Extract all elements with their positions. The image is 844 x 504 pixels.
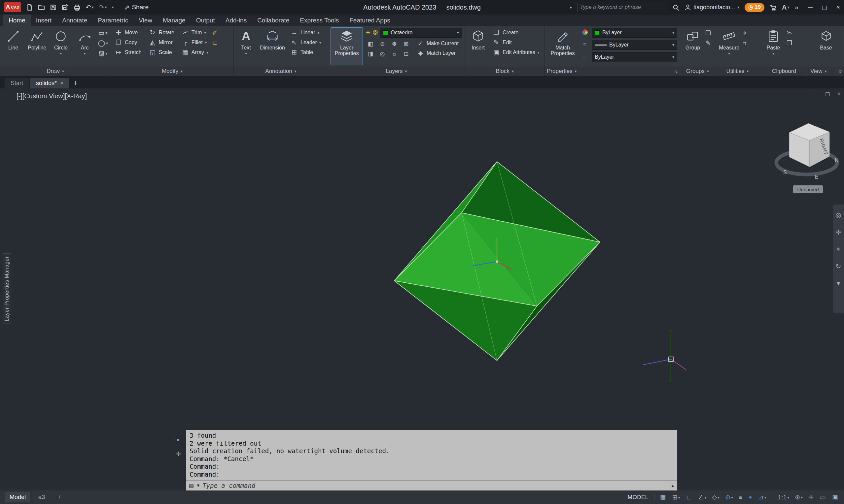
layer-state-button[interactable]: ◎ <box>377 50 387 58</box>
compass-north-label[interactable]: N <box>835 158 839 163</box>
model-tab[interactable]: Model <box>5 492 30 502</box>
layer-dropdown[interactable]: Octaedro ▾ <box>380 28 462 38</box>
titlebar-overflow-icon[interactable]: » <box>795 4 798 11</box>
help-search-box[interactable] <box>577 3 667 12</box>
draw-tool-button[interactable]: ◯▾ <box>98 40 108 46</box>
paste-button[interactable]: Paste ▾ <box>763 28 784 65</box>
command-expand-icon[interactable]: ▴ <box>671 483 674 488</box>
named-view-label[interactable]: Unnamed <box>793 185 823 193</box>
drawing-minimize-icon[interactable]: ─ <box>814 90 818 97</box>
ribbon-tab[interactable]: Annotate <box>57 15 92 26</box>
navbar-more-icon[interactable]: ▾ <box>837 280 840 287</box>
modify-extra-button[interactable]: ✐ <box>212 30 217 36</box>
layer-freeze-icon[interactable]: ❂ <box>373 30 378 36</box>
save-button[interactable] <box>50 3 57 12</box>
navigation-wheel-icon[interactable]: ◎ <box>836 211 841 219</box>
command-close-icon[interactable]: × <box>176 436 181 444</box>
new-drawing-tab-button[interactable]: + <box>70 78 81 88</box>
app-store-button[interactable] <box>770 3 777 12</box>
ribbon-tab[interactable]: Add-ins <box>220 15 252 26</box>
annotation-scale-button[interactable]: 1:1▾ <box>778 494 789 500</box>
modify-tool-button[interactable]: ✚Move <box>114 29 145 36</box>
draw-tool-button[interactable]: ▨▾ <box>98 50 107 56</box>
panel-label-utilities[interactable]: Utilities▾ <box>715 67 760 76</box>
maximize-button[interactable]: ◻ <box>822 4 827 11</box>
panel-label-draw[interactable]: Draw▾ <box>0 67 110 76</box>
status-toggle-button[interactable]: ▦ <box>660 494 667 500</box>
ribbon-tab[interactable]: Insert <box>31 15 57 26</box>
line-button[interactable]: Line <box>3 28 24 65</box>
panel-label-layers[interactable]: Layers▾ <box>328 67 465 76</box>
linetype-icon[interactable]: ┄ <box>581 54 589 60</box>
layer-state-button[interactable]: ⊘ <box>377 40 387 48</box>
status-tool-button[interactable]: ⊛▾ <box>795 494 803 500</box>
linetype-dropdown[interactable]: ByLayer ▾ <box>592 52 677 62</box>
share-button[interactable]: ⇗ Share <box>124 4 149 11</box>
modify-tool-button[interactable]: ❐Copy <box>114 39 145 46</box>
viewcube[interactable]: S E N RIGHT Unnamed <box>767 118 844 199</box>
panel-label-view[interactable]: View▾ » <box>808 67 844 76</box>
modify-tool-button[interactable]: ✂Trim▾ <box>180 29 209 36</box>
group-edit-button[interactable]: ✎ <box>706 40 711 46</box>
file-tab-start[interactable]: Start <box>5 78 29 88</box>
status-toggle-button[interactable]: ⊞▾ <box>672 494 680 500</box>
polyline-button[interactable]: Polyline <box>27 28 48 65</box>
measure-button[interactable]: Measure ▾ <box>718 28 740 65</box>
object-color-icon[interactable] <box>581 29 589 36</box>
ribbon-tab[interactable]: Collaborate <box>252 15 295 26</box>
command-input[interactable] <box>202 482 668 489</box>
panel-label-block[interactable]: Block▾ <box>465 67 545 76</box>
app-menu-button[interactable]: A CAD <box>4 2 21 12</box>
ungroup-button[interactable]: ❏ <box>705 30 711 36</box>
layer-state-button[interactable]: ◧ <box>365 40 376 48</box>
search-input[interactable] <box>580 4 664 10</box>
command-history[interactable]: 3 found2 were filtered outSolid creation… <box>186 430 677 480</box>
drawing-close-icon[interactable]: × <box>837 90 841 97</box>
group-button[interactable]: Group <box>683 28 703 65</box>
status-tool-button[interactable]: ▣ <box>832 494 839 500</box>
account-button[interactable]: tiagobonifacio... ▾ <box>685 4 739 11</box>
modify-tool-button[interactable]: ╭Fillet▾ <box>180 39 209 46</box>
new-file-button[interactable] <box>26 3 33 12</box>
block-tool-button[interactable]: ✎Edit <box>492 39 515 46</box>
annotation-tool-button[interactable]: ↖Leader▾ <box>289 39 322 46</box>
make-current-button[interactable]: ✓ Make Current <box>415 40 460 47</box>
drawing-area[interactable]: [-][Custom View][X-Ray] ─ ◻ × S E N RIGH… <box>0 88 844 490</box>
match-properties-button[interactable]: Match Properties <box>548 28 578 65</box>
insert-block-button[interactable]: Insert <box>468 28 489 65</box>
drawing-restore-icon[interactable]: ◻ <box>825 90 830 97</box>
base-view-button[interactable]: Base <box>816 28 837 65</box>
annotation-tool-button[interactable]: ⊞Table <box>289 49 316 56</box>
cut-button[interactable]: ✂ <box>787 30 792 36</box>
layer-state-button[interactable]: ◨ <box>365 50 376 58</box>
minimize-button[interactable]: ─ <box>808 4 813 11</box>
status-toggle-button[interactable]: ⊙▾ <box>725 494 733 500</box>
block-tool-button[interactable]: ▣Edit Attributes▾ <box>492 49 540 56</box>
layer-state-button[interactable]: ⊠ <box>401 40 411 48</box>
new-layout-button[interactable]: + <box>53 492 65 502</box>
ribbon-overflow-icon[interactable]: » <box>839 68 842 74</box>
search-button[interactable] <box>672 3 679 12</box>
arc-button[interactable]: Arc ▾ <box>74 28 96 65</box>
block-tool-button[interactable]: ❒Create <box>492 29 522 36</box>
panel-label-modify[interactable]: Modify▾ <box>111 67 234 76</box>
close-button[interactable]: × <box>837 4 840 11</box>
layer-on-icon[interactable]: ☀ <box>365 30 371 36</box>
id-point-button[interactable]: ⌖ <box>743 30 746 36</box>
qat-customize-button[interactable]: ▾ <box>112 3 114 12</box>
modify-tool-button[interactable]: ↻Rotate <box>148 29 178 36</box>
status-toggle-button[interactable]: ∠▾ <box>698 494 706 500</box>
ribbon-tab[interactable]: Output <box>191 15 220 26</box>
open-file-button[interactable] <box>38 3 45 12</box>
status-toggle-button[interactable]: ⊿▾ <box>758 494 767 500</box>
copy-clip-button[interactable]: ❐ <box>787 40 792 46</box>
status-toggle-button[interactable]: ◇▾ <box>712 494 720 500</box>
close-tab-icon[interactable]: × <box>60 80 64 86</box>
lineweight-dropdown[interactable]: ByLayer ▾ <box>592 40 677 50</box>
status-tool-button[interactable]: ✛ <box>808 494 814 500</box>
lineweight-icon[interactable]: ≡ <box>581 42 589 48</box>
dimension-button[interactable]: Dimension <box>258 28 287 65</box>
layer-state-button[interactable]: ❆ <box>389 40 399 48</box>
draw-tool-button[interactable]: ▭▾ <box>98 30 107 36</box>
redo-button[interactable]: ↷ ▾ <box>99 3 107 12</box>
